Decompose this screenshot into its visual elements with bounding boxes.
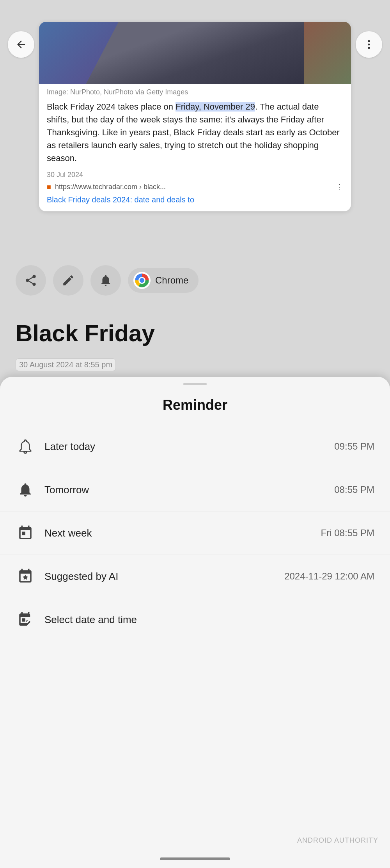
more-icon	[363, 39, 375, 50]
reminder-list: Later today 09:55 PM Tomorrow 08:55 PM N…	[0, 421, 390, 645]
reminder-item-later-today[interactable]: Later today 09:55 PM	[0, 425, 390, 468]
reminder-icon-tomorrow	[16, 480, 35, 500]
note-title: Black Friday	[16, 320, 374, 347]
calendar-star-icon	[17, 568, 34, 585]
reminder-time-later-today: 09:55 PM	[334, 441, 374, 452]
calendar-edit-icon	[17, 611, 34, 628]
svg-point-15	[140, 278, 144, 283]
article-link[interactable]: Black Friday deals 2024: date and deals …	[39, 194, 351, 204]
rss-icon: ■	[47, 183, 51, 191]
share-icon	[24, 274, 37, 287]
article-body-highlight: Friday, November 29	[176, 102, 255, 112]
reminder-icon-suggested-ai	[16, 567, 35, 586]
article-card: Image: NurPhoto, NurPhoto via Getty Imag…	[39, 22, 351, 211]
nav-handle[interactable]	[160, 857, 230, 860]
calendar-icon	[17, 525, 34, 541]
reminder-label-next-week: Next week	[44, 527, 312, 539]
reminder-button[interactable]	[90, 265, 121, 296]
chrome-label: Chrome	[155, 275, 188, 286]
reminder-item-tomorrow[interactable]: Tomorrow 08:55 PM	[0, 468, 390, 512]
reminder-label-later-today: Later today	[44, 441, 325, 453]
reminder-icon-select-date-time	[16, 610, 35, 629]
reminder-time-tomorrow: 08:55 PM	[334, 484, 374, 495]
article-caption: Image: NurPhoto, NurPhoto via Getty Imag…	[39, 84, 351, 98]
bell-outline-icon	[17, 438, 34, 455]
article-image	[39, 22, 351, 84]
article-source: ■ https://www.techradar.com › black... ⋮	[39, 180, 351, 194]
edit-button[interactable]	[53, 265, 83, 296]
svg-point-10	[368, 40, 370, 42]
sheet-title: Reminder	[0, 385, 390, 421]
reminder-label-suggested-ai: Suggested by AI	[44, 570, 275, 583]
reminder-item-select-date-time[interactable]: Select date and time	[0, 598, 390, 641]
edit-icon	[62, 274, 75, 287]
article-body: Black Friday 2024 takes place on Friday,…	[39, 98, 351, 168]
article-date: 30 Jul 2024	[39, 168, 351, 180]
bottom-nav	[0, 857, 390, 860]
svg-point-11	[368, 44, 370, 46]
article-image-inner	[86, 22, 304, 84]
bell-icon	[99, 274, 112, 287]
watermark: ANDROID AUTHORITY	[297, 836, 378, 845]
reminder-icon-next-week	[16, 523, 35, 543]
article-url: https://www.techradar.com › black...	[55, 183, 332, 191]
share-button[interactable]	[16, 265, 46, 296]
reminder-item-next-week[interactable]: Next week Fri 08:55 PM	[0, 512, 390, 555]
back-button[interactable]	[8, 31, 34, 58]
source-more-icon: ⋮	[335, 182, 343, 191]
chrome-logo-icon	[133, 272, 151, 289]
note-meta: 30 August 2024 at 8:55 pm	[16, 358, 116, 371]
reminder-bottom-sheet: Reminder Later today 09:55 PM Tomorrow 0…	[0, 377, 390, 868]
reminder-label-tomorrow: Tomorrow	[44, 484, 325, 496]
action-buttons-row: Chrome	[0, 265, 390, 296]
chrome-button[interactable]: Chrome	[128, 268, 199, 293]
article-body-part1: Black Friday 2024 takes place on	[47, 102, 176, 112]
reminder-time-next-week: Fri 08:55 PM	[321, 528, 374, 539]
bell-filled-icon	[17, 482, 34, 498]
more-button[interactable]	[356, 31, 382, 58]
svg-point-12	[368, 47, 370, 49]
reminder-item-suggested-ai[interactable]: Suggested by AI 2024-11-29 12:00 AM	[0, 555, 390, 598]
reminder-label-select-date-time: Select date and time	[44, 614, 365, 626]
back-arrow-icon	[15, 39, 27, 50]
reminder-icon-later-today	[16, 437, 35, 456]
reminder-time-suggested-ai: 2024-11-29 12:00 AM	[284, 571, 374, 582]
